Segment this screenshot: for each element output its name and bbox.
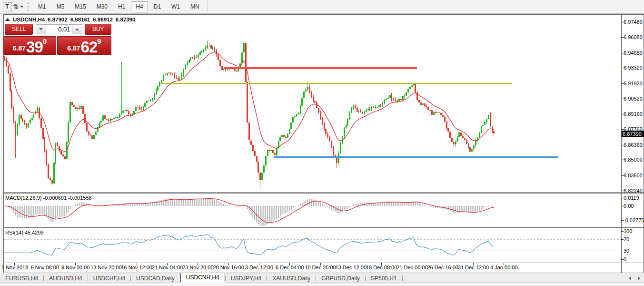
buy-price-prefix: 6.87: [67, 44, 80, 52]
chart-tab-gbpusd-daily[interactable]: GBPUSD,Daily: [316, 274, 365, 283]
lot-size-spinner: 0.01: [36, 24, 82, 34]
timeframe-button-m15[interactable]: M15: [70, 1, 90, 12]
spinner-down-icon: [39, 28, 43, 31]
chart-tab-audusd-h4[interactable]: AUDUSD,H4: [44, 274, 87, 283]
timeframe-button-h1[interactable]: H1: [113, 1, 130, 12]
sell-button[interactable]: SELL: [5, 24, 33, 35]
toolbar-grip: [28, 2, 29, 11]
tab-scroll-controls: [629, 276, 640, 280]
spinner-up-icon: [75, 28, 79, 31]
timeframe-button-w1[interactable]: W1: [167, 1, 185, 12]
text-label-tool-button[interactable]: T: [0, 1, 12, 12]
text-tool-icon: T: [3, 2, 12, 11]
timeframe-button-m5[interactable]: M5: [52, 1, 69, 12]
chart-tab-usdcad-daily[interactable]: USDCAD,Daily: [131, 274, 180, 283]
top-toolbar: T ⇅ M1M5M15M30H1H4D1W1MN: [0, 0, 644, 14]
ohlc-close: 6.87390: [116, 17, 136, 22]
toolbar-separator: [207, 1, 208, 12]
sell-price-prefix: 6.87: [13, 44, 26, 52]
timeframe-button-d1[interactable]: D1: [149, 1, 166, 12]
mt4-terminal: { "toolbar": { "text_tool_label": "T", "…: [0, 0, 644, 286]
dropdown-caret-icon: [20, 6, 24, 8]
chart-tab-usdcnh-h4[interactable]: USDCNH,H4: [180, 273, 225, 283]
buy-price-big: 62: [81, 40, 98, 54]
lot-decrease-button[interactable]: [36, 24, 46, 34]
chart-title: USDCNH,H4 6.87902 6.88161 6.86912 6.8739…: [5, 17, 138, 22]
current-price-badge: 6.87390: [622, 131, 644, 137]
ohlc-low: 6.86912: [93, 17, 113, 22]
buy-price-sup: 9: [97, 37, 101, 45]
tab-scroll-right-icon[interactable]: [638, 276, 640, 280]
trade-price-row: 6.87 39 0 6.87 62 9: [3, 36, 111, 55]
ohlc-open: 6.87902: [48, 17, 68, 22]
arrow-objects-button[interactable]: ⇅: [13, 1, 24, 12]
buy-price-button[interactable]: 6.87 62 9: [57, 36, 111, 55]
chart-tab-usdchf-h4[interactable]: USDCHF,H4: [88, 274, 130, 283]
sell-price-button[interactable]: 6.87 39 0: [3, 36, 56, 55]
symbol-timeframe-label: USDCNH,H4: [13, 17, 45, 22]
tab-scroll-left-icon[interactable]: [629, 276, 631, 280]
chart-tab-eurusd-h4[interactable]: EURUSD,H4: [0, 274, 43, 283]
chart-tab-xauusd-daily[interactable]: XAUUSD,Daily: [267, 274, 316, 283]
status-bar: [0, 282, 644, 286]
timeframe-button-m30[interactable]: M30: [92, 1, 112, 12]
sell-price-big: 39: [26, 40, 43, 54]
trade-controls-row: SELL 0.01 BUY: [3, 24, 111, 35]
tab-separator: [402, 276, 403, 281]
buy-button[interactable]: BUY: [85, 24, 111, 35]
timeframe-button-h4[interactable]: H4: [131, 1, 148, 12]
chart-tab-sp500-h1[interactable]: SP500,H1: [366, 274, 402, 283]
one-click-trading-panel: SELL 0.01 BUY 6.87 39 0 6.87 62 9: [3, 24, 111, 55]
sell-price-sup: 0: [43, 37, 47, 45]
timeframe-toolbar: M1M5M15M30H1H4D1W1MN: [33, 1, 205, 12]
lot-size-input[interactable]: 0.01: [46, 24, 72, 34]
timeframe-button-mn[interactable]: MN: [186, 1, 204, 12]
lot-increase-button[interactable]: [72, 24, 82, 34]
ohlc-high: 6.88161: [70, 17, 90, 22]
chart-tab-bar: EURUSD,H4AUDUSD,H4USDCHF,H4USDCAD,DailyU…: [0, 274, 644, 282]
timeframe-button-m1[interactable]: M1: [33, 1, 51, 12]
chart-tab-usdjpy-h4[interactable]: USDJPY,H4: [226, 274, 267, 283]
arrow-objects-icon: ⇅: [13, 3, 18, 10]
rsi-label: RSI(14) 45.4299: [5, 230, 44, 235]
macd-label: MACD(12,26,9) -0.000601 -0.001558: [5, 195, 92, 201]
collapse-panel-icon[interactable]: [5, 18, 10, 21]
